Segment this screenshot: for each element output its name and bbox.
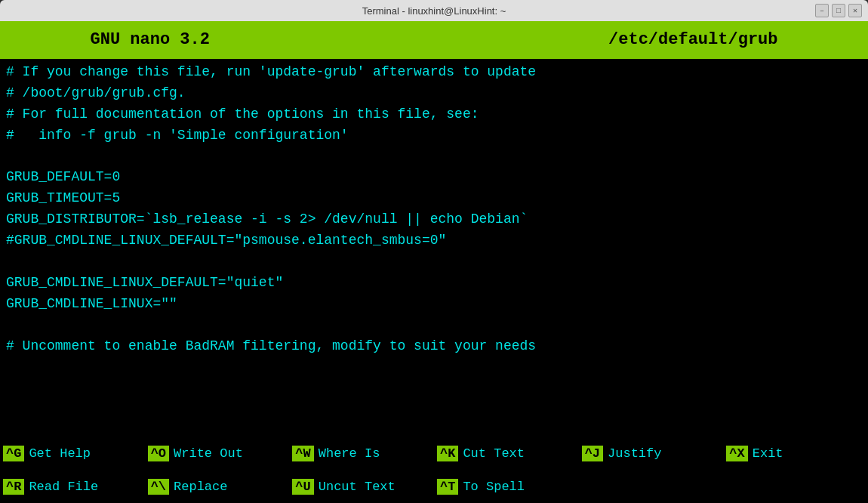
shortcut-label: Exit bbox=[753, 446, 783, 461]
shortcut-key: ^U bbox=[292, 479, 313, 495]
close-button[interactable]: ✕ bbox=[848, 4, 862, 17]
shortcut-label: To Spell bbox=[463, 480, 525, 494]
window-titlebar: Terminal - linuxhint@LinuxHint: ~ – □ ✕ bbox=[0, 0, 868, 21]
maximize-button[interactable]: □ bbox=[832, 4, 845, 17]
editor-line: # If you change this file, run 'update-g… bbox=[0, 62, 868, 83]
shortcut-item[interactable]: ^TTo Spell bbox=[434, 470, 579, 503]
shortcut-label: Cut Text bbox=[463, 446, 525, 461]
editor-line: GRUB_CMDLINE_LINUX_DEFAULT="quiet" bbox=[0, 273, 868, 294]
shortcut-key: ^R bbox=[3, 479, 24, 495]
shortcut-item[interactable]: ^JJustify bbox=[579, 437, 724, 470]
shortcut-item[interactable]: ^WWhere Is bbox=[289, 437, 434, 470]
shortcut-label: Uncut Text bbox=[319, 480, 396, 494]
shortcut-item[interactable]: ^OWrite Out bbox=[145, 437, 290, 470]
shortcut-key: ^T bbox=[437, 479, 458, 495]
shortcut-key: ^O bbox=[148, 446, 169, 461]
shortcut-key: ^X bbox=[726, 446, 747, 461]
shortcut-label: Where Is bbox=[319, 446, 380, 461]
nano-footer: ^GGet Help^OWrite Out^WWhere Is^KCut Tex… bbox=[0, 437, 868, 503]
editor-line: # /boot/grub/grub.cfg. bbox=[0, 83, 868, 104]
editor-line bbox=[0, 315, 868, 336]
shortcut-item[interactable]: ^\Replace bbox=[145, 470, 290, 503]
editor-line bbox=[0, 252, 868, 273]
shortcut-key: ^\ bbox=[148, 479, 169, 495]
shortcut-key: ^G bbox=[3, 446, 24, 461]
editor-line: GRUB_TIMEOUT=5 bbox=[0, 188, 868, 209]
editor-line: # Uncomment to enable BadRAM filtering, … bbox=[0, 336, 868, 357]
editor-line bbox=[0, 147, 868, 168]
terminal-window: GNU nano 3.2 /etc/default/grub # If you … bbox=[0, 21, 868, 503]
window-controls: – □ ✕ bbox=[815, 4, 862, 17]
editor-line: GRUB_CMDLINE_LINUX="" bbox=[0, 294, 868, 315]
shortcut-label: Read File bbox=[29, 480, 98, 494]
shortcut-key: ^J bbox=[582, 446, 603, 461]
window-title: Terminal - linuxhint@LinuxHint: ~ bbox=[362, 5, 506, 17]
editor-line: # info -f grub -n 'Simple configuration' bbox=[0, 125, 868, 147]
shortcut-label: Get Help bbox=[29, 446, 91, 461]
editor-content[interactable]: # If you change this file, run 'update-g… bbox=[0, 59, 868, 437]
shortcut-item[interactable]: ^KCut Text bbox=[434, 437, 579, 470]
shortcut-item[interactable]: ^UUncut Text bbox=[289, 470, 434, 503]
shortcut-label: Justify bbox=[608, 446, 661, 461]
nano-header: GNU nano 3.2 /etc/default/grub bbox=[0, 21, 868, 59]
editor-line: #GRUB_CMDLINE_LINUX_DEFAULT="psmouse.ela… bbox=[0, 230, 868, 252]
shortcut-label: Write Out bbox=[174, 446, 243, 461]
shortcut-label: Replace bbox=[174, 480, 227, 494]
shortcut-item[interactable]: ^GGet Help bbox=[0, 437, 145, 470]
minimize-button[interactable]: – bbox=[815, 4, 829, 17]
editor-line: GRUB_DISTRIBUTOR=`lsb_release -i -s 2> /… bbox=[0, 209, 868, 230]
editor-line: # For full documentation of the options … bbox=[0, 104, 868, 125]
shortcut-item[interactable]: ^RRead File bbox=[0, 470, 145, 503]
shortcut-key: ^K bbox=[437, 446, 458, 461]
nano-filename: /etc/default/grub bbox=[608, 29, 777, 51]
shortcut-key: ^W bbox=[292, 446, 313, 461]
editor-line: GRUB_DEFAULT=0 bbox=[0, 167, 868, 188]
nano-version: GNU nano 3.2 bbox=[91, 29, 210, 51]
shortcut-item[interactable]: ^XExit bbox=[723, 437, 868, 470]
